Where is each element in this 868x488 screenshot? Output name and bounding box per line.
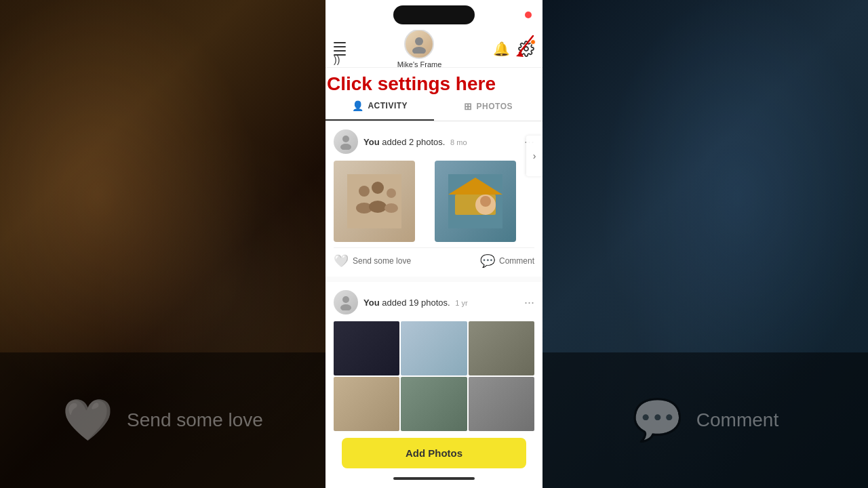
post-2-user-info: You added 19 photos. 1 yr bbox=[334, 290, 468, 314]
bg-love-label: Send some love bbox=[127, 409, 263, 431]
top-nav: )) Mike's Frame 🔔 bbox=[326, 30, 542, 68]
post-2-photo-4[interactable] bbox=[334, 377, 399, 431]
wifi-icon: )) bbox=[334, 54, 346, 56]
status-bar bbox=[326, 0, 542, 30]
tabs-container: 👤 ACTIVITY ⊞ PHOTOS bbox=[326, 92, 542, 121]
dynamic-island bbox=[393, 5, 475, 24]
post-2-photo-6[interactable] bbox=[469, 377, 534, 431]
post-1-avatar bbox=[334, 129, 358, 154]
tab-photos[interactable]: ⊞ PHOTOS bbox=[434, 92, 542, 121]
menu-line-1 bbox=[334, 42, 346, 43]
svg-point-6 bbox=[340, 144, 351, 150]
menu-button[interactable]: )) bbox=[334, 42, 346, 56]
svg-point-12 bbox=[387, 188, 396, 198]
comment-icon: 💬 bbox=[480, 253, 495, 268]
post-1: You added 2 photos. 8 mo ··· bbox=[326, 121, 542, 277]
activity-tab-icon: 👤 bbox=[352, 100, 364, 111]
bg-right-bottom: 💬 Comment bbox=[542, 352, 868, 488]
post-2-action: added 19 photos. bbox=[382, 298, 450, 308]
post-2-header: You added 19 photos. 1 yr ··· bbox=[334, 290, 534, 314]
post-2-user: You bbox=[363, 298, 380, 308]
post-1-actions: 🤍 Send some love 💬 Comment bbox=[334, 247, 534, 268]
home-bar bbox=[393, 477, 475, 480]
family-photo bbox=[347, 174, 401, 228]
status-dot bbox=[525, 12, 532, 18]
post-1-header: You added 2 photos. 8 mo ··· bbox=[334, 129, 534, 154]
menu-line-2 bbox=[334, 46, 346, 47]
svg-point-18 bbox=[480, 196, 491, 207]
post-2-text: You added 19 photos. 1 yr bbox=[363, 298, 468, 308]
bg-right-panel: 💬 Comment bbox=[542, 0, 868, 488]
bg-heart-icon: 🤍 bbox=[62, 400, 113, 441]
bg-comment-label: Comment bbox=[696, 409, 778, 431]
post-2-avatar-img bbox=[338, 294, 354, 310]
svg-point-19 bbox=[342, 296, 349, 303]
photos-tab-label: PHOTOS bbox=[477, 102, 513, 111]
svg-point-5 bbox=[342, 136, 349, 142]
avatar-image bbox=[410, 35, 429, 54]
settings-button[interactable] bbox=[518, 41, 534, 57]
send-love-label: Send some love bbox=[353, 256, 411, 266]
svg-point-2 bbox=[524, 47, 528, 51]
avatar[interactable] bbox=[404, 29, 434, 59]
photos-tab-icon: ⊞ bbox=[464, 101, 473, 112]
post-1-text-container: You added 2 photos. 8 mo bbox=[363, 136, 467, 148]
nav-icons: 🔔 bbox=[493, 41, 534, 57]
svg-point-11 bbox=[369, 201, 387, 213]
bell-icon[interactable]: 🔔 bbox=[493, 41, 510, 57]
svg-point-0 bbox=[415, 37, 423, 45]
temple-photo bbox=[448, 174, 502, 228]
profile-name: Mike's Frame bbox=[397, 60, 442, 68]
send-love-button[interactable]: 🤍 Send some love bbox=[334, 253, 411, 268]
post-2-photo-grid bbox=[334, 321, 534, 431]
post-1-user: You bbox=[363, 137, 380, 147]
post-2-photo-5[interactable] bbox=[401, 377, 467, 431]
tab-activity[interactable]: 👤 ACTIVITY bbox=[326, 92, 434, 121]
settings-notification-dot bbox=[530, 39, 536, 45]
post-1-avatar-img bbox=[338, 134, 354, 150]
post-1-user-info: You added 2 photos. 8 mo bbox=[334, 129, 467, 154]
post-1-photo-1[interactable] bbox=[334, 161, 415, 242]
activity-tab-label: ACTIVITY bbox=[368, 101, 408, 110]
phone-frame: )) Mike's Frame 🔔 bbox=[326, 0, 542, 488]
app-container: 🤍 Send some love 💬 Comment )) bbox=[0, 0, 868, 488]
bg-comment-icon: 💬 bbox=[632, 400, 683, 441]
svg-point-20 bbox=[340, 304, 351, 310]
home-indicator bbox=[326, 469, 542, 488]
post-1-time: 8 mo bbox=[450, 138, 467, 146]
svg-point-1 bbox=[412, 47, 426, 54]
add-photos-button[interactable]: Add Photos bbox=[342, 438, 526, 468]
svg-point-8 bbox=[359, 186, 370, 197]
post-2-avatar bbox=[334, 290, 358, 314]
post-2-time: 1 yr bbox=[455, 299, 467, 307]
post-2-photo-1[interactable] bbox=[334, 321, 399, 375]
post-2-photo-2[interactable] bbox=[401, 321, 467, 375]
bg-left-bottom: 🤍 Send some love bbox=[0, 352, 326, 488]
post-2-text-container: You added 19 photos. 1 yr bbox=[363, 296, 468, 308]
post-2-more-button[interactable]: ··· bbox=[524, 296, 534, 310]
comment-button[interactable]: 💬 Comment bbox=[480, 253, 534, 268]
svg-point-10 bbox=[372, 182, 384, 194]
post-2-photo-3[interactable] bbox=[469, 321, 534, 375]
next-chevron[interactable]: › bbox=[526, 136, 542, 176]
menu-line-3 bbox=[334, 50, 346, 52]
bg-left-panel: 🤍 Send some love bbox=[0, 0, 326, 488]
post-1-photo-2[interactable] bbox=[435, 161, 516, 242]
post-1-photo-grid bbox=[334, 161, 534, 242]
svg-point-13 bbox=[384, 203, 398, 213]
scroll-content[interactable]: You added 2 photos. 8 mo ··· bbox=[326, 121, 542, 469]
post-1-text: You added 2 photos. 8 mo bbox=[363, 137, 467, 147]
comment-label: Comment bbox=[499, 256, 534, 266]
heart-icon: 🤍 bbox=[334, 253, 349, 268]
post-1-action: added 2 photos. bbox=[382, 137, 445, 147]
nav-center: Mike's Frame bbox=[397, 29, 442, 68]
post-2: You added 19 photos. 1 yr ··· bbox=[326, 282, 542, 469]
